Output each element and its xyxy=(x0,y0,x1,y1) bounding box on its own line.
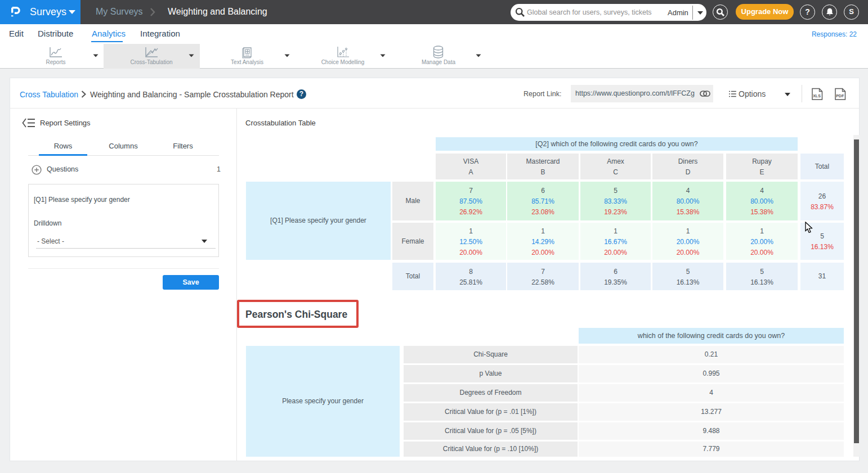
svg-text:PDF: PDF xyxy=(836,94,844,98)
svg-text:XLS: XLS xyxy=(813,94,821,98)
